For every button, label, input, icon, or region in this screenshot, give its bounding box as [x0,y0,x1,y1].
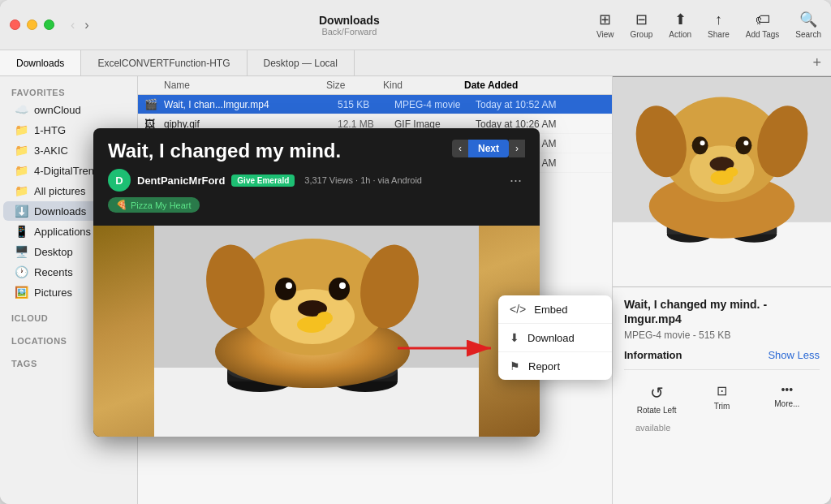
toolbar-actions: ⊞ View ⊟ Group ⬆ Action ↑ Share 🏷 Add Ta… [596,11,821,39]
tab-desktop[interactable]: Desktop — Local [248,50,355,75]
forward-button[interactable]: › [81,16,92,34]
minimize-button[interactable] [27,19,37,30]
tab-excel[interactable]: ExcelCONVERTFunction-HTG [81,50,247,75]
file-date-1: Today at 10:52 AM [476,99,605,110]
preview-info-row: Information Show Less [624,349,820,361]
back-button[interactable]: ‹ [67,16,78,34]
preview-panel: Wait, I changed my mind. - Imgur.mp4 MPE… [612,76,831,504]
trim-icon: ⊡ [717,383,727,398]
imgur-prev-button[interactable]: ‹ [452,140,468,157]
folder-icon-4: 📁 [15,184,28,197]
sidebar-item-owncloud[interactable]: ☁️ ownCloud [3,100,134,119]
svg-point-15 [725,167,738,177]
view-icon: ⊞ [599,11,611,28]
nav-buttons: ‹ › [67,16,93,34]
owncloud-icon: ☁️ [15,103,28,116]
imgur-title: Wait, I changed my mind. [108,140,442,162]
search-icon: 🔍 [799,11,817,28]
close-button[interactable] [10,19,20,30]
titlebar-center: Downloads Back/Forward [102,14,596,37]
share-icon: ↑ [715,11,722,28]
report-menu-item[interactable]: ⚑ Report [498,352,612,380]
back-forward-label: Back/Forward [321,27,377,37]
col-date-header: Date Added [464,80,594,91]
preview-subtitle: MPEG-4 movie - 515 KB [624,330,820,341]
action-button[interactable]: ⬆ Action [669,11,691,39]
view-button[interactable]: ⊞ View [596,11,614,39]
favorites-label: Favorites [0,83,137,99]
share-button[interactable]: ↑ Share [708,11,730,39]
group-icon: ⊟ [635,11,648,28]
pizza-icon: 🍕 [116,200,127,210]
svg-point-16 [692,136,708,154]
trim-button[interactable]: ⊡ Trim [689,378,754,420]
pictures-icon: 🖼️ [15,286,28,299]
svg-point-17 [735,136,751,154]
preview-info: Wait, I changed my mind. - Imgur.mp4 MPE… [613,287,831,442]
video-file-icon: 🎬 [144,98,159,110]
imgur-tag[interactable]: 🍕 Pizza My Heart [108,197,200,213]
rotate-left-button[interactable]: ↺ Rotate Left [624,378,689,420]
imgur-next-arrow-button[interactable]: › [509,140,525,157]
search-button[interactable]: 🔍 Search [795,11,821,39]
more-button[interactable]: ••• More... [755,378,820,420]
available-text: available [624,420,820,436]
group-button[interactable]: ⊟ Group [631,11,653,39]
imgur-next-button[interactable]: Next [468,140,509,157]
embed-menu-item[interactable]: </> Embed [498,295,612,324]
traffic-lights [10,19,54,30]
imgur-header: Wait, I changed my mind. ‹ Next › D Dent… [93,128,540,226]
column-headers: Name Size Kind Date Added [138,76,612,95]
download-menu-item[interactable]: ⬇ Download [498,324,612,352]
imgur-emerald-badge[interactable]: Give Emerald [231,174,295,187]
report-icon: ⚑ [510,360,520,373]
imgur-more-button[interactable]: ··· [506,172,525,189]
svg-point-38 [286,282,292,289]
preview-dog-svg [613,76,831,287]
information-label: Information [624,349,682,361]
svg-point-19 [743,140,748,145]
window-title: Downloads [319,14,380,27]
svg-point-39 [339,282,346,289]
add-tags-button[interactable]: 🏷 Add Tags [746,11,780,39]
action-icon: ⬆ [674,11,687,28]
tabbar: Downloads ExcelCONVERTFunction-HTG Deskt… [0,50,831,76]
svg-point-35 [316,312,333,325]
imgur-nav: ‹ Next › [452,140,525,157]
downloads-icon: ⬇️ [15,205,28,218]
file-kind-1: MPEG-4 movie [394,99,476,110]
embed-icon: </> [510,303,526,316]
col-kind-header: Kind [383,80,464,91]
main-content: Favorites ☁️ ownCloud 📁 1-HTG 📁 3-AKIC 📁… [0,76,831,504]
imgur-dog-video [93,226,540,437]
svg-point-37 [329,278,350,300]
applications-icon: 📱 [15,225,28,238]
finder-window: ‹ › Downloads Back/Forward ⊞ View ⊟ Grou… [0,0,831,504]
imgur-user-row: D DentPanicMrFord Give Emerald 3,317 Vie… [108,169,525,192]
file-name-1: Wait, I chan...Imgur.mp4 [164,99,338,110]
tag-icon: 🏷 [756,11,770,28]
show-less-link[interactable]: Show Less [768,349,820,361]
imgur-content [93,226,540,437]
imgur-meta: 3,317 Views · 1h · via Android [304,175,422,185]
col-size-header: Size [326,80,383,91]
folder-icon-2: 📁 [15,144,28,157]
folder-icon: 📁 [15,123,28,136]
preview-image-area [613,76,831,287]
context-menu: </> Embed ⬇ Download ⚑ Report [498,295,612,380]
fullscreen-button[interactable] [44,19,54,30]
imgur-video [93,226,540,437]
imgur-username[interactable]: DentPanicMrFord [137,174,225,187]
imgur-avatar: D [108,169,131,192]
svg-point-18 [700,140,705,145]
preview-actions: ↺ Rotate Left ⊡ Trim ••• More... [624,369,820,420]
download-icon: ⬇ [510,331,519,344]
tab-downloads[interactable]: Downloads [0,50,81,75]
add-tab-button[interactable]: + [803,50,831,75]
file-row-imgur-mp4[interactable]: 🎬 Wait, I chan...Imgur.mp4 515 KB MPEG-4… [138,95,612,114]
rotate-left-icon: ↺ [650,383,664,403]
titlebar: ‹ › Downloads Back/Forward ⊞ View ⊟ Grou… [0,0,831,50]
svg-point-36 [275,278,296,300]
preview-title: Wait, I changed my mind. - Imgur.mp4 [624,297,820,326]
file-size-1: 515 KB [338,99,394,110]
